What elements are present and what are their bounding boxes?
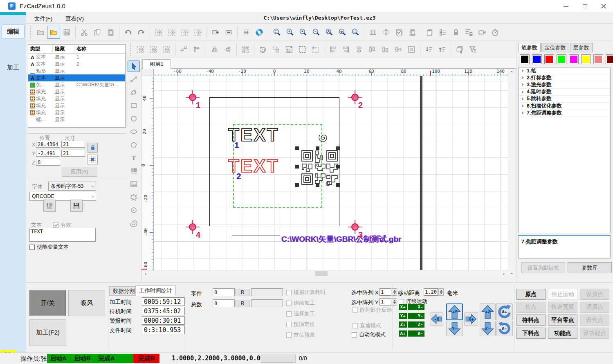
doc-stack-icon[interactable] bbox=[423, 26, 436, 39]
object-hidden-state[interactable]: 显示 bbox=[53, 95, 74, 102]
object-hidden-state[interactable]: 显示 bbox=[53, 109, 74, 116]
mark-confirm-icon[interactable] bbox=[393, 26, 406, 39]
selection-handle[interactable] bbox=[336, 165, 340, 169]
toolbar-drag-handle[interactable] bbox=[30, 26, 32, 38]
node-select-icon[interactable]: + bbox=[134, 43, 147, 56]
point-button-6[interactable]: 调原点 bbox=[580, 302, 609, 313]
mirror-horizontal-icon[interactable] bbox=[221, 43, 234, 56]
pen-color-swatch[interactable] bbox=[557, 54, 566, 64]
drawing-viewport[interactable]: TEXT 1 TEXT 2 C:\WORK\矢量\GBR\公制测试.gbr 12… bbox=[154, 76, 508, 270]
jog-y-plus-button[interactable]: +Y bbox=[446, 303, 463, 320]
point-button-4[interactable]: 焦点 bbox=[516, 302, 546, 313]
add-region-icon[interactable] bbox=[209, 26, 222, 39]
mark-ring-icon[interactable] bbox=[253, 26, 266, 39]
object-hidden-state[interactable]: 显示 bbox=[53, 81, 74, 88]
axis-Y--button[interactable]: Y- bbox=[416, 313, 424, 319]
spinner-arrows-icon[interactable] bbox=[392, 288, 397, 296]
unlock-bars-icon[interactable] bbox=[463, 26, 476, 39]
filter-icon[interactable] bbox=[466, 43, 479, 56]
object-row[interactable]: 矩形显示 bbox=[28, 67, 125, 74]
parameter-item[interactable]: 1.笔 bbox=[519, 67, 610, 74]
parameter-item[interactable]: 6.扫描优化参数 bbox=[519, 103, 610, 110]
parameter-item[interactable]: 4.延时参数 bbox=[519, 89, 610, 96]
axis-Z--button[interactable]: Z- bbox=[416, 321, 424, 328]
bar-object[interactable] bbox=[420, 76, 422, 270]
spinner-arrows-icon[interactable] bbox=[392, 298, 397, 306]
z-position-input[interactable] bbox=[36, 159, 60, 166]
pen-tab[interactable]: 笔参数 bbox=[518, 43, 541, 52]
redo-icon[interactable] bbox=[135, 26, 148, 39]
point-button-11[interactable]: 功能点 bbox=[548, 328, 577, 339]
move-distance-spinner[interactable] bbox=[424, 288, 444, 296]
object-hidden-state[interactable]: 显示 bbox=[53, 116, 74, 123]
vertical-scrollbar[interactable]: ⌃ ⌄ bbox=[508, 69, 514, 276]
pen-tab[interactable]: 层参数 bbox=[570, 43, 593, 52]
scroll-left-icon[interactable]: ‹ bbox=[142, 270, 149, 277]
line-tool[interactable] bbox=[128, 74, 140, 85]
object-hidden-state[interactable]: 显示 bbox=[53, 61, 74, 67]
direct-mode-checkbox[interactable]: 直通模式 bbox=[353, 322, 381, 329]
rotate-copy-icon[interactable] bbox=[269, 43, 283, 56]
ellipse-tool[interactable] bbox=[128, 126, 140, 137]
tab-work-time-stats[interactable]: 工作时间统计 bbox=[135, 285, 176, 296]
move-to-point-icon[interactable] bbox=[177, 43, 191, 56]
scroll-right-icon[interactable]: › bbox=[501, 270, 507, 277]
y-position-input[interactable] bbox=[36, 150, 60, 157]
barcode-settings-button[interactable]: 01234 bbox=[43, 200, 56, 212]
minimize-button[interactable] bbox=[557, 0, 575, 12]
object-row[interactable]: 螺...显示 bbox=[28, 116, 125, 123]
selection-handle[interactable] bbox=[316, 146, 319, 150]
align-center-h-icon[interactable] bbox=[353, 43, 366, 56]
power-button[interactable]: 开/关 bbox=[29, 290, 66, 316]
curve-tool[interactable] bbox=[128, 87, 140, 98]
zoom-out-icon[interactable]: − bbox=[310, 26, 323, 39]
text-object-2[interactable]: TEXT bbox=[228, 157, 279, 175]
mirror-vertical-icon[interactable] bbox=[208, 43, 221, 56]
image-tool[interactable] bbox=[128, 178, 140, 190]
zoom-move-icon[interactable]: + bbox=[283, 26, 296, 39]
zoom-in-icon[interactable]: + bbox=[296, 26, 310, 39]
qrcode-object[interactable] bbox=[301, 150, 339, 188]
object-hidden-state[interactable]: 显示 bbox=[53, 74, 74, 81]
undo-icon[interactable] bbox=[121, 26, 135, 39]
marquee-dotted-icon[interactable] bbox=[309, 43, 322, 56]
jog-x-minus-button[interactable]: -X bbox=[430, 312, 443, 326]
marquee-icon[interactable] bbox=[296, 43, 309, 56]
total-count-input[interactable] bbox=[213, 299, 235, 307]
process-option-checkbox[interactable]: 首位预览 bbox=[286, 331, 315, 339]
axis-X--button[interactable]: X- bbox=[416, 304, 424, 310]
aspect-lock-button[interactable] bbox=[88, 143, 98, 153]
jog-z-plus-button[interactable]: +Z bbox=[480, 303, 496, 320]
circle-tool[interactable] bbox=[128, 113, 140, 124]
parameter-item[interactable]: 5.跳转参数 bbox=[519, 96, 610, 103]
pen-color-swatch[interactable] bbox=[593, 54, 603, 64]
pen-color-swatch[interactable] bbox=[532, 54, 542, 64]
point-button-12[interactable]: 设功能点 bbox=[580, 328, 609, 339]
select-tool[interactable] bbox=[128, 61, 140, 72]
rotate-icon[interactable] bbox=[256, 43, 269, 56]
spiral-tool[interactable] bbox=[128, 218, 140, 229]
camera-icon[interactable] bbox=[476, 26, 489, 39]
set-default-pen-button[interactable]: 设置为默认笔 bbox=[521, 262, 565, 273]
apply-button[interactable]: 应用(A) bbox=[62, 167, 97, 177]
spiral-object[interactable] bbox=[317, 132, 329, 144]
zoom-window-icon[interactable]: ∷ bbox=[270, 26, 283, 39]
object-hidden-state[interactable]: 显示 bbox=[53, 88, 74, 95]
hatch-icon[interactable]: H bbox=[240, 26, 253, 39]
zoom-object-icon[interactable]: ⊕ bbox=[336, 26, 349, 39]
object-row[interactable]: H填充显示 bbox=[28, 88, 125, 95]
jog-z-minus-button[interactable]: Z- bbox=[480, 321, 496, 336]
polygon-tool[interactable] bbox=[128, 139, 140, 151]
scrollbar-thumb[interactable] bbox=[315, 271, 328, 276]
align-top-icon[interactable] bbox=[366, 43, 379, 56]
tab-data-split[interactable]: 数据分割 bbox=[109, 286, 139, 296]
parameter-item[interactable]: 3.激光参数 bbox=[519, 81, 610, 88]
array-y-input[interactable] bbox=[379, 298, 391, 306]
new-file-icon[interactable] bbox=[34, 26, 47, 39]
align-right-icon[interactable] bbox=[339, 43, 353, 56]
barcode-tool[interactable]: 01234 bbox=[128, 165, 140, 177]
font-dropdown[interactable]: 条形码字体-53 bbox=[48, 182, 96, 191]
order-down-icon[interactable] bbox=[422, 43, 436, 56]
task-list-icon[interactable] bbox=[436, 26, 449, 39]
part-reset-button[interactable]: R bbox=[236, 289, 249, 296]
